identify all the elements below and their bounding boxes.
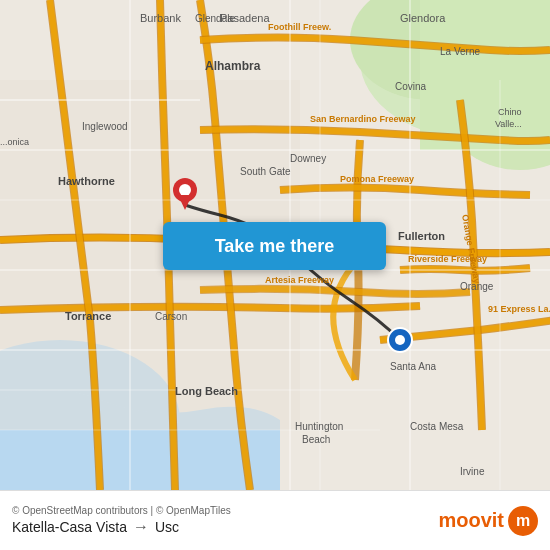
svg-text:Valle...: Valle...	[495, 119, 522, 129]
svg-text:Costa Mesa: Costa Mesa	[410, 421, 464, 432]
svg-text:Fullerton: Fullerton	[398, 230, 445, 242]
svg-text:Covina: Covina	[395, 81, 427, 92]
footer: © OpenStreetMap contributors | © OpenMap…	[0, 490, 550, 550]
map-container: Burbank Pasadena Alhambra Inglewood Hawt…	[0, 0, 550, 490]
svg-text:South Gate: South Gate	[240, 166, 291, 177]
svg-text:Long Beach: Long Beach	[175, 385, 238, 397]
svg-text:Carson: Carson	[155, 311, 187, 322]
svg-text:Huntington: Huntington	[295, 421, 343, 432]
svg-text:Hawthorne: Hawthorne	[58, 175, 115, 187]
svg-text:91 Express La...: 91 Express La...	[488, 304, 550, 314]
svg-text:Inglewood: Inglewood	[82, 121, 128, 132]
svg-text:Foothill Freew.: Foothill Freew.	[268, 22, 331, 32]
svg-text:Burbank: Burbank	[140, 12, 181, 24]
svg-text:Artesia Freeway: Artesia Freeway	[265, 275, 334, 285]
svg-text:Glendora: Glendora	[400, 12, 446, 24]
svg-text:Santa Ana: Santa Ana	[390, 361, 437, 372]
route-info: Katella-Casa Vista → Usc	[12, 518, 231, 536]
origin-label: Katella-Casa Vista	[12, 519, 127, 535]
route-arrow-icon: →	[133, 518, 149, 536]
svg-text:Alhambra: Alhambra	[205, 59, 261, 73]
svg-text:Torrance: Torrance	[65, 310, 111, 322]
svg-text:La Verne: La Verne	[440, 46, 480, 57]
svg-text:Glendale: Glendale	[195, 13, 235, 24]
moovit-logo: moovit m	[438, 506, 538, 536]
map-attribution: © OpenStreetMap contributors | © OpenMap…	[12, 505, 231, 516]
svg-text:...onica: ...onica	[0, 137, 29, 147]
svg-text:San Bernardino Freeway: San Bernardino Freeway	[310, 114, 416, 124]
moovit-icon: m	[508, 506, 538, 536]
svg-text:Chino: Chino	[498, 107, 522, 117]
moovit-brand-name: moovit	[438, 509, 504, 532]
svg-point-21	[179, 184, 191, 196]
svg-point-24	[395, 335, 405, 345]
svg-text:Pomona Freeway: Pomona Freeway	[340, 174, 414, 184]
svg-text:Beach: Beach	[302, 434, 330, 445]
svg-text:Irvine: Irvine	[460, 466, 485, 477]
svg-text:Downey: Downey	[290, 153, 326, 164]
take-me-there-button[interactable]: Take me there	[163, 222, 386, 270]
destination-label: Usc	[155, 519, 179, 535]
